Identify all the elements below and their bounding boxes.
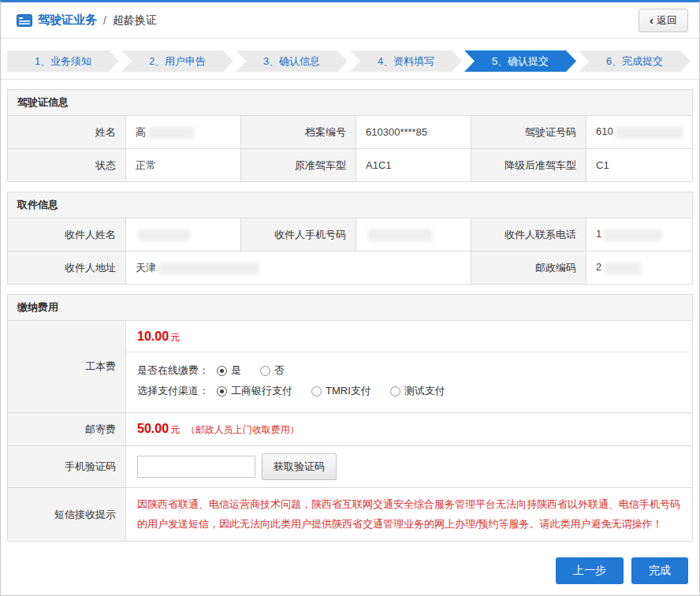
currency-unit: 元 xyxy=(170,332,180,343)
table-row: 姓名 高 档案编号 610300****85 驾驶证号码 610 xyxy=(8,116,693,149)
mail-fee-note: （邮政人员上门收取费用） xyxy=(186,424,300,435)
cost-fee-label: 工本费 xyxy=(8,321,126,413)
step-5-confirm-submit[interactable]: 5、确认提交 xyxy=(464,50,576,72)
zip-code-label: 邮政编码 xyxy=(471,251,586,285)
radio-online-yes[interactable]: 是 xyxy=(217,363,241,378)
status-label: 状态 xyxy=(8,149,126,182)
radio-label: 是 xyxy=(231,363,241,378)
step-nav: 1、业务须知 2、用户申告 3、确认信息 4、资料填写 5、确认提交 6、完成提… xyxy=(7,50,693,72)
redacted-area xyxy=(616,127,683,139)
step-2-declare[interactable]: 2、用户申告 xyxy=(121,50,233,72)
sms-code-label: 手机验证码 xyxy=(8,446,126,488)
sms-tip-label: 短信接收提示 xyxy=(8,488,126,542)
mail-amount: 50.00 xyxy=(137,422,169,435)
radio-channel-test[interactable]: 测试支付 xyxy=(390,384,445,398)
recipient-address-label: 收件人地址 xyxy=(8,251,126,285)
sms-code-cell: 获取验证码 xyxy=(126,446,693,488)
pickup-info-section: 取件信息 收件人姓名 收件人手机号码 收件人联系电话 1 收件人地址 天津 邮政… xyxy=(7,192,693,285)
payment-title: 缴纳费用 xyxy=(7,294,693,320)
step-3-confirm-info[interactable]: 3、确认信息 xyxy=(236,50,348,72)
recipient-name-value xyxy=(126,218,241,251)
redacted-area xyxy=(604,229,662,241)
redacted-area xyxy=(158,263,259,274)
breadcrumb: 驾驶证业务 / 超龄换证 xyxy=(17,13,157,28)
page-title: 驾驶证业务 xyxy=(38,13,97,28)
topbar: 驾驶证业务 / 超龄换证 ‹ 返回 xyxy=(1,2,699,39)
finish-button[interactable]: 完成 xyxy=(631,557,688,584)
radio-icon xyxy=(311,386,322,397)
license-info-section: 驾驶证信息 姓名 高 档案编号 610300****85 驾驶证号码 610 状… xyxy=(7,89,693,182)
back-button-label: 返回 xyxy=(657,13,677,28)
chevron-left-icon: ‹ xyxy=(650,14,653,26)
recipient-mobile-label: 收件人手机号码 xyxy=(241,218,356,251)
license-business-icon xyxy=(17,14,32,27)
table-row: 短信接收提示 因陕西省联通、电信运营商技术问题，陕西省互联网交通安全综合服务管理… xyxy=(8,488,693,542)
payment-table: 工本费 10.00元 是否在线缴费： 是 xyxy=(7,320,693,542)
table-row: 状态 正常 原准驾车型 A1C1 降级后准驾车型 C1 xyxy=(8,149,693,182)
mail-fee-cell: 50.00元 （邮政人员上门收取费用） xyxy=(126,413,693,446)
table-row: 手机验证码 获取验证码 xyxy=(8,446,693,488)
radio-icon xyxy=(217,366,227,376)
license-info-title: 驾驶证信息 xyxy=(7,89,693,115)
redacted-area xyxy=(604,263,642,274)
cost-fee-cell: 10.00元 是否在线缴费： 是 否 xyxy=(126,321,693,413)
sms-tip-text: 因陕西省联通、电信运营商技术问题，陕西省互联网交通安全综合服务管理平台无法向持陕… xyxy=(126,488,692,541)
footer-actions: 上一步 完成 xyxy=(1,546,699,595)
cost-fee-amount: 10.00元 xyxy=(126,321,692,352)
redacted-area xyxy=(368,229,433,241)
recipient-mobile-value xyxy=(356,218,471,251)
license-info-table: 姓名 高 档案编号 610300****85 驾驶证号码 610 状态 正常 原… xyxy=(7,115,693,182)
file-number-label: 档案编号 xyxy=(241,116,356,149)
sms-code-input[interactable] xyxy=(137,456,255,478)
radio-icon xyxy=(260,366,270,376)
recipient-phone-value: 1 xyxy=(586,218,693,251)
radio-label: TMRI支付 xyxy=(326,384,371,398)
downgraded-class-value: C1 xyxy=(586,149,693,182)
recipient-address-value: 天津 xyxy=(126,251,471,285)
payment-options: 是否在线缴费： 是 否 选择支付渠道： xyxy=(126,352,692,412)
cost-amount: 10.00 xyxy=(137,330,169,343)
pickup-info-table: 收件人姓名 收件人手机号码 收件人联系电话 1 收件人地址 天津 邮政编码 2 xyxy=(7,218,693,285)
recipient-name-label: 收件人姓名 xyxy=(8,218,126,251)
step-4-fill-data[interactable]: 4、资料填写 xyxy=(350,50,462,72)
table-row: 邮寄费 50.00元 （邮政人员上门收取费用） xyxy=(8,413,693,446)
radio-label: 工商银行支付 xyxy=(231,384,292,398)
radio-label: 测试支付 xyxy=(404,384,445,398)
previous-step-button[interactable]: 上一步 xyxy=(556,557,624,584)
online-pay-row: 是否在线缴费： 是 否 xyxy=(137,363,681,378)
file-number-value: 610300****85 xyxy=(356,116,471,149)
downgraded-class-label: 降级后准驾车型 xyxy=(471,149,586,182)
back-button[interactable]: ‹ 返回 xyxy=(639,9,688,32)
step-1-notice[interactable]: 1、业务须知 xyxy=(7,50,119,72)
payment-section: 缴纳费用 工本费 10.00元 是否在线缴费： 是 xyxy=(7,294,693,542)
table-row: 工本费 10.00元 是否在线缴费： 是 xyxy=(8,321,693,413)
zip-code-value: 2 xyxy=(586,251,693,285)
pay-channel-question: 选择支付渠道： xyxy=(137,384,209,398)
radio-label: 否 xyxy=(274,363,285,378)
online-pay-question: 是否在线缴费： xyxy=(137,363,209,378)
table-row: 收件人姓名 收件人手机号码 收件人联系电话 1 xyxy=(8,218,693,251)
sms-tip-cell: 因陕西省联通、电信运营商技术问题，陕西省互联网交通安全综合服务管理平台无法向持陕… xyxy=(126,488,693,542)
name-label: 姓名 xyxy=(8,116,126,149)
status-value: 正常 xyxy=(126,149,241,182)
radio-icon xyxy=(217,386,227,397)
name-value: 高 xyxy=(126,116,241,149)
license-number-label: 驾驶证号码 xyxy=(471,116,586,149)
radio-icon xyxy=(390,386,400,397)
step-nav-bar: 1、业务须知 2、用户申告 3、确认信息 4、资料填写 5、确认提交 6、完成提… xyxy=(1,39,699,80)
radio-channel-tmri[interactable]: TMRI支付 xyxy=(311,384,371,398)
redacted-area xyxy=(138,229,190,241)
pickup-info-title: 取件信息 xyxy=(7,192,693,218)
license-number-value: 610 xyxy=(586,116,693,149)
currency-unit: 元 xyxy=(170,424,180,435)
original-class-label: 原准驾车型 xyxy=(241,149,356,182)
radio-channel-icbc[interactable]: 工商银行支付 xyxy=(217,384,292,398)
radio-online-no[interactable]: 否 xyxy=(260,363,285,378)
original-class-value: A1C1 xyxy=(356,149,471,182)
breadcrumb-separator: / xyxy=(103,14,106,27)
mail-fee-amount: 50.00元 （邮政人员上门收取费用） xyxy=(126,414,692,445)
get-code-button[interactable]: 获取验证码 xyxy=(262,453,337,480)
mail-fee-label: 邮寄费 xyxy=(8,413,126,446)
step-6-done[interactable]: 6、完成提交 xyxy=(579,50,691,72)
breadcrumb-current: 超龄换证 xyxy=(113,13,157,28)
